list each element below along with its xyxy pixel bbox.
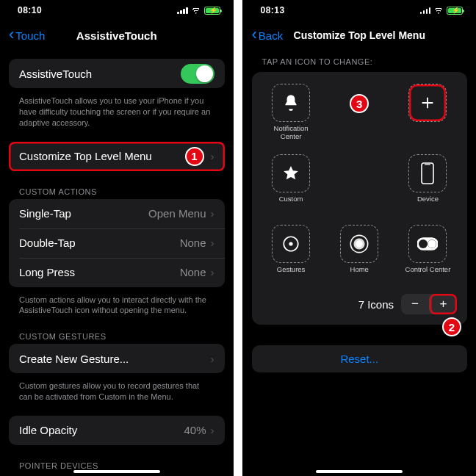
status-indicators: ⚡ xyxy=(177,7,220,15)
plus-icon xyxy=(408,84,447,122)
grid-cell-blank xyxy=(329,154,390,217)
chevron-right-icon: › xyxy=(211,150,214,162)
annotation-badge-1: 1 xyxy=(185,147,204,166)
nav-bar: ‹ Touch AssistiveTouch xyxy=(0,21,234,50)
back-label: Touch xyxy=(15,29,45,42)
cellular-icon xyxy=(420,7,431,14)
chevron-right-icon: › xyxy=(211,424,214,436)
nav-bar: ‹ Back Customize Top Level Menu xyxy=(243,21,477,50)
custom-gestures-header: CUSTOM GESTURES xyxy=(9,320,225,344)
grid-cell-control-center[interactable]: Control Center xyxy=(397,225,458,288)
stepper-plus-button[interactable]: + xyxy=(429,294,457,314)
status-bar: 08:13 ⚡ xyxy=(243,0,477,21)
status-indicators: ⚡ xyxy=(420,7,464,15)
idle-opacity-group: Idle Opacity 40%› xyxy=(9,416,225,445)
assistivetouch-toggle-group: AssistiveTouch xyxy=(9,59,225,88)
icon-count-label: 7 Icons xyxy=(358,298,394,311)
long-press-row[interactable]: Long Press None› xyxy=(9,258,225,287)
wifi-icon xyxy=(433,7,444,14)
battery-icon: ⚡ xyxy=(447,7,463,15)
gestures-icon xyxy=(272,225,310,263)
stepper-minus-button[interactable]: − xyxy=(401,294,429,314)
icon-grid: Notification Center 3 xyxy=(261,84,459,288)
svg-point-14 xyxy=(428,240,436,248)
grid-cell-home[interactable]: Home xyxy=(329,225,390,288)
icon-count-row: 7 Icons − + 2 xyxy=(261,288,459,317)
back-label: Back xyxy=(259,29,283,42)
control-center-icon xyxy=(408,225,447,263)
reset-button[interactable]: Reset... xyxy=(252,345,468,372)
home-icon xyxy=(340,225,378,263)
custom-actions-header: CUSTOM ACTIONS xyxy=(9,176,225,199)
annotation-badge-3: 3 xyxy=(350,94,369,113)
home-indicator[interactable] xyxy=(316,470,403,473)
grid-cell-custom[interactable]: Custom xyxy=(261,154,322,217)
customize-top-level-menu-group: Customize Top Level Menu › 1 xyxy=(9,142,225,171)
svg-rect-1 xyxy=(425,164,430,165)
icon-grid-card: Notification Center 3 xyxy=(252,72,468,325)
back-button[interactable]: ‹ Touch xyxy=(4,25,49,46)
create-new-gesture-row[interactable]: Create New Gesture... › xyxy=(9,344,225,373)
custom-gestures-description: Custom gestures allow you to record gest… xyxy=(9,378,225,407)
toggle-label: AssistiveTouch xyxy=(19,68,92,80)
back-button[interactable]: ‹ Back xyxy=(248,25,288,46)
grid-cell-empty: 3 xyxy=(329,84,390,147)
tap-icon-header: TAP AN ICON TO CHANGE: xyxy=(252,50,468,69)
grid-cell-notification-center[interactable]: Notification Center xyxy=(261,84,322,147)
bell-icon xyxy=(272,84,310,122)
chevron-right-icon: › xyxy=(211,207,214,220)
phone-left: 08:10 ⚡ ‹ Touch AssistiveTouch Assistive… xyxy=(0,0,234,476)
custom-actions-group: Single-Tap Open Menu› Double-Tap None› L… xyxy=(9,199,225,287)
status-time: 08:13 xyxy=(261,5,285,15)
double-tap-row[interactable]: Double-Tap None› xyxy=(9,228,225,258)
customize-label: Customize Top Level Menu xyxy=(19,150,152,162)
toggle-switch[interactable] xyxy=(181,64,214,84)
custom-actions-description: Custom actions allow you to interact dir… xyxy=(9,292,225,321)
svg-point-12 xyxy=(419,239,428,248)
battery-icon: ⚡ xyxy=(204,7,220,15)
home-indicator[interactable] xyxy=(73,470,160,473)
svg-rect-0 xyxy=(422,163,433,184)
scroll-content[interactable]: TAP AN ICON TO CHANGE: Notification Cent… xyxy=(243,50,477,476)
grid-cell-gestures[interactable]: Gestures xyxy=(261,225,322,288)
chevron-left-icon: ‹ xyxy=(9,26,14,43)
idle-opacity-row[interactable]: Idle Opacity 40%› xyxy=(9,416,225,445)
star-icon xyxy=(272,154,310,192)
cellular-icon xyxy=(177,7,188,14)
device-icon xyxy=(408,154,447,192)
wifi-icon xyxy=(191,7,201,14)
svg-point-3 xyxy=(289,242,292,245)
chevron-right-icon: › xyxy=(211,237,214,249)
custom-gestures-group: Create New Gesture... › xyxy=(9,344,225,373)
assistivetouch-description: AssistiveTouch allows you to use your iP… xyxy=(9,93,225,133)
annotation-badge-2: 2 xyxy=(442,317,461,336)
scroll-content[interactable]: AssistiveTouch AssistiveTouch allows you… xyxy=(0,50,234,476)
assistivetouch-toggle-row[interactable]: AssistiveTouch xyxy=(9,59,225,88)
phone-right: 08:13 ⚡ ‹ Back Customize Top Level Menu … xyxy=(242,0,477,476)
chevron-left-icon: ‹ xyxy=(252,26,257,43)
status-time: 08:10 xyxy=(18,5,42,15)
chevron-right-icon: › xyxy=(211,353,214,365)
grid-cell-device[interactable]: Device xyxy=(397,154,458,217)
grid-cell-add-slot[interactable] xyxy=(397,84,458,147)
chevron-right-icon: › xyxy=(211,266,214,278)
status-bar: 08:10 ⚡ xyxy=(0,0,234,21)
single-tap-row[interactable]: Single-Tap Open Menu› xyxy=(9,199,225,228)
icon-stepper: − + 2 xyxy=(401,294,457,314)
svg-point-6 xyxy=(356,240,363,247)
